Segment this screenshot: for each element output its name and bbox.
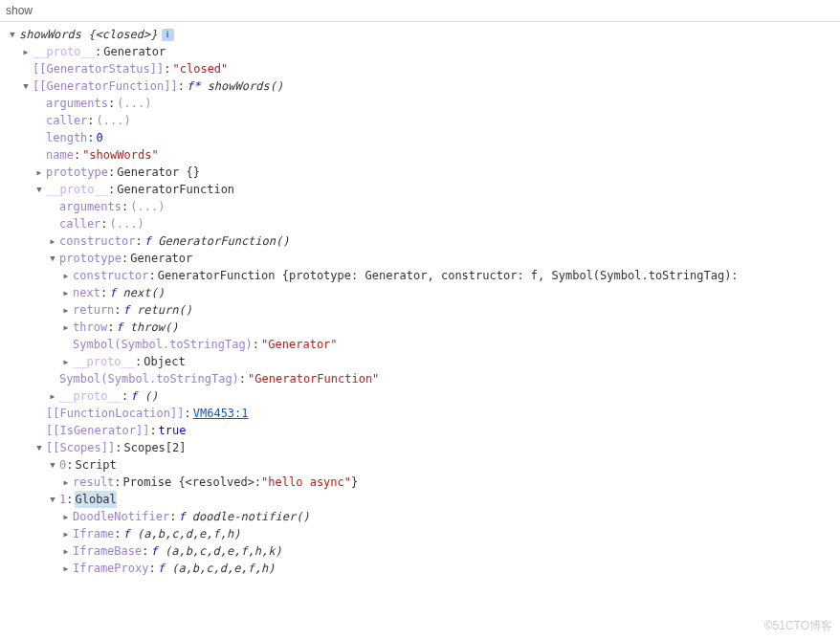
is-generator-row[interactable]: [[IsGenerator]]: true bbox=[8, 422, 840, 439]
chevron-right-icon[interactable] bbox=[48, 387, 57, 406]
function-location-row[interactable]: [[FunctionLocation]]: VM6453:1 bbox=[8, 405, 840, 422]
func-sig: (a,b,c,d,e,f,h) bbox=[171, 560, 275, 577]
func-sig: next() bbox=[123, 284, 165, 301]
prototype-row[interactable]: prototype: Generator bbox=[8, 250, 840, 267]
root-row[interactable]: showWords {<closed>} i bbox=[8, 26, 840, 43]
chevron-right-icon[interactable] bbox=[61, 525, 71, 543]
proto-row[interactable]: __proto__: Generator bbox=[8, 43, 840, 60]
chevron-right-icon[interactable] bbox=[34, 164, 44, 182]
func-sig: (a,b,c,d,e,f,h) bbox=[137, 525, 240, 542]
chevron-right-icon[interactable] bbox=[21, 43, 31, 61]
key: Iframe bbox=[73, 525, 114, 542]
chevron-right-icon[interactable] bbox=[48, 232, 57, 251]
key: IframeBase bbox=[73, 542, 142, 560]
next-row[interactable]: next: f next() bbox=[8, 284, 840, 301]
caller-row[interactable]: caller: (...) bbox=[8, 112, 840, 129]
scope-item-row[interactable]: 1: Global bbox=[8, 491, 840, 508]
object-tree: showWords {<closed>} i __proto__: Genera… bbox=[0, 22, 840, 585]
key: [[GeneratorFunction]] bbox=[33, 77, 178, 95]
key: __proto__ bbox=[46, 181, 108, 198]
value: Generator bbox=[130, 250, 192, 267]
chevron-right-icon[interactable] bbox=[61, 267, 71, 285]
chevron-down-icon[interactable] bbox=[8, 26, 17, 43]
chevron-down-icon[interactable] bbox=[34, 181, 44, 198]
chevron-down-icon[interactable] bbox=[48, 456, 57, 474]
return-row[interactable]: return: f return() bbox=[8, 301, 840, 319]
result-row[interactable]: result: Promise {<resolved>: "hello asyn… bbox=[8, 474, 840, 491]
constructor-row[interactable]: constructor: GeneratorFunction {prototyp… bbox=[8, 267, 840, 284]
arguments-row[interactable]: arguments: (...) bbox=[8, 95, 840, 112]
key: IframeProxy bbox=[73, 560, 148, 577]
scope-item-row[interactable]: 0: Script bbox=[8, 456, 840, 474]
func-f: f bbox=[123, 525, 130, 542]
key: constructor bbox=[73, 267, 148, 284]
value: "GeneratorFunction" bbox=[248, 370, 379, 387]
func-f: f bbox=[109, 284, 116, 301]
iframe-base-row[interactable]: IframeBase: f (a,b,c,d,e,f,h,k) bbox=[8, 542, 840, 560]
info-icon[interactable]: i bbox=[162, 29, 174, 41]
chevron-right-icon[interactable] bbox=[61, 353, 71, 371]
iframe-row[interactable]: Iframe: f (a,b,c,d,e,f,h) bbox=[8, 525, 840, 542]
value: Generator {} bbox=[117, 164, 200, 181]
caller-row[interactable]: caller: (...) bbox=[8, 215, 840, 232]
value: (...) bbox=[130, 198, 165, 215]
key: arguments bbox=[46, 95, 108, 112]
symbol-tostringtag-row[interactable]: Symbol(Symbol.toStringTag): "GeneratorFu… bbox=[8, 370, 840, 387]
generator-function-row[interactable]: [[GeneratorFunction]]: f* showWords() bbox=[8, 77, 840, 95]
generator-status-row[interactable]: [[GeneratorStatus]]: "closed" bbox=[8, 60, 840, 77]
source-link[interactable]: VM6453:1 bbox=[193, 405, 249, 422]
value-str: "hello async" bbox=[261, 474, 351, 491]
iframe-proxy-row[interactable]: IframeProxy: f (a,b,c,d,e,f,h) bbox=[8, 560, 840, 577]
value: GeneratorFunction bbox=[117, 181, 234, 198]
chevron-right-icon[interactable] bbox=[61, 301, 71, 320]
value: (...) bbox=[97, 112, 131, 129]
func-sig: () bbox=[144, 387, 158, 405]
chevron-right-icon[interactable] bbox=[61, 508, 71, 526]
key: [[FunctionLocation]] bbox=[46, 405, 185, 422]
value: "closed" bbox=[173, 60, 229, 77]
scopes-row[interactable]: [[Scopes]]: Scopes[2] bbox=[8, 439, 840, 456]
doodle-notifier-row[interactable]: DoodleNotifier: f doodle-notifier() bbox=[8, 508, 840, 525]
func-f: f bbox=[116, 319, 122, 336]
chevron-right-icon[interactable] bbox=[61, 319, 71, 337]
constructor-row[interactable]: constructor: f GeneratorFunction() bbox=[8, 232, 840, 250]
chevron-down-icon[interactable] bbox=[34, 439, 44, 456]
value: Global bbox=[75, 491, 116, 508]
key: __proto__ bbox=[59, 387, 122, 405]
proto-row[interactable]: __proto__: GeneratorFunction bbox=[8, 181, 840, 198]
length-row[interactable]: length: 0 bbox=[8, 129, 840, 146]
throw-row[interactable]: throw: f throw() bbox=[8, 319, 840, 336]
chevron-right-icon[interactable] bbox=[61, 474, 71, 492]
key: throw bbox=[73, 319, 107, 336]
key: result bbox=[73, 474, 114, 491]
func-sig: throw() bbox=[130, 319, 179, 336]
func-sig: showWords() bbox=[208, 77, 283, 95]
key: caller bbox=[46, 112, 87, 129]
prototype-row[interactable]: prototype: Generator {} bbox=[8, 164, 840, 181]
key: Symbol(Symbol.toStringTag) bbox=[73, 336, 253, 353]
arguments-row[interactable]: arguments: (...) bbox=[8, 198, 840, 215]
key: [[GeneratorStatus]] bbox=[33, 60, 164, 77]
chevron-right-icon[interactable] bbox=[61, 284, 71, 302]
chevron-down-icon[interactable] bbox=[21, 77, 31, 95]
value: Script bbox=[75, 456, 116, 474]
chevron-down-icon[interactable] bbox=[48, 250, 57, 267]
key: DoodleNotifier bbox=[73, 508, 169, 525]
chevron-down-icon[interactable] bbox=[48, 491, 57, 508]
proto-row[interactable]: __proto__: f () bbox=[8, 387, 840, 405]
value: (...) bbox=[110, 215, 144, 232]
key: Symbol(Symbol.toStringTag) bbox=[59, 370, 239, 387]
symbol-tostringtag-row[interactable]: Symbol(Symbol.toStringTag): "Generator" bbox=[8, 336, 840, 353]
name-row[interactable]: name: "showWords" bbox=[8, 146, 840, 164]
value: Scopes[2] bbox=[123, 439, 186, 456]
func-f: f bbox=[158, 560, 165, 577]
value: true bbox=[159, 422, 187, 439]
chevron-right-icon[interactable] bbox=[61, 542, 71, 561]
key: return bbox=[73, 301, 114, 319]
func-sig: (a,b,c,d,e,f,h,k) bbox=[165, 542, 282, 560]
chevron-right-icon[interactable] bbox=[61, 560, 71, 578]
func-sig: doodle-notifier() bbox=[192, 508, 310, 525]
value: "Generator" bbox=[261, 336, 337, 353]
proto-row[interactable]: __proto__: Object bbox=[8, 353, 840, 370]
value: 0 bbox=[97, 129, 103, 146]
